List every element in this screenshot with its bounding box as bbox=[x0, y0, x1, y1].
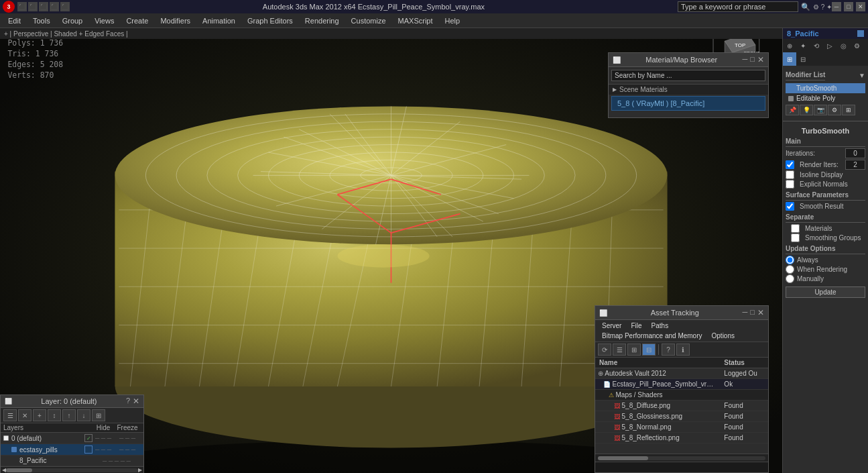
table-row[interactable]: 🖼 5_8_Glossiness.png Found bbox=[595, 411, 768, 422]
minimize-button[interactable]: ─ bbox=[832, 2, 841, 11]
layer-hide[interactable]: ─ ─ ─ bbox=[92, 446, 114, 453]
layer-tb-new[interactable]: + bbox=[33, 409, 46, 421]
ts-smoothing-check[interactable] bbox=[791, 233, 800, 242]
layers-scrollbar[interactable]: ◀ ▶ bbox=[1, 466, 143, 473]
ts-render-iters-check[interactable] bbox=[786, 160, 794, 169]
asset-menu-bitmap[interactable]: Bitmap Performance and Memory bbox=[598, 331, 706, 340]
asset-menu-paths[interactable]: Paths bbox=[647, 321, 673, 330]
menu-maxscript[interactable]: MAXScript bbox=[393, 15, 438, 26]
mod-light[interactable]: 💡 bbox=[800, 105, 813, 115]
layers-question[interactable]: ? bbox=[126, 397, 130, 406]
table-row[interactable]: ⊕ Autodesk Vault 2012 Logged Ou bbox=[595, 368, 768, 379]
asset-table[interactable]: Name Status ⊕ Autodesk Vault 2012 Logged… bbox=[595, 358, 768, 454]
layer-freeze[interactable]: ─ ─ ─ bbox=[114, 446, 141, 453]
search-icon[interactable]: 🔍 bbox=[801, 3, 810, 11]
asset-menu-server[interactable]: Server bbox=[598, 321, 625, 330]
table-row[interactable]: 🖼 5_8_Normal.png Found bbox=[595, 422, 768, 433]
layer-tb-down[interactable]: ↓ bbox=[77, 409, 90, 421]
list-item[interactable]: 0 (default) ✓ ─ ─ ─ ─ ─ ─ bbox=[1, 433, 143, 444]
material-item[interactable]: 5_8 ( VRayMtl ) [8_Pacific] bbox=[611, 96, 765, 111]
table-row[interactable]: 🖼 5_8_Diffuse.png Found bbox=[595, 401, 768, 411]
layers-close[interactable]: ✕ bbox=[133, 397, 139, 406]
rp-tab-modify[interactable]: ✦ bbox=[796, 39, 810, 52]
ts-explicit-check[interactable] bbox=[786, 180, 794, 189]
menu-tools[interactable]: Tools bbox=[27, 15, 56, 26]
rp-tab-active[interactable]: ⊞ bbox=[783, 52, 796, 66]
menu-help[interactable]: Help bbox=[440, 15, 466, 26]
layer-tb-move[interactable]: ↕ bbox=[48, 409, 61, 421]
menu-group[interactable]: Group bbox=[57, 15, 88, 26]
rp-tab-hierarchy[interactable]: ⟲ bbox=[810, 39, 823, 52]
asset-tracking-maximize[interactable]: □ bbox=[750, 308, 755, 317]
rp-tab-motion[interactable]: ▷ bbox=[823, 39, 836, 52]
layer-check[interactable] bbox=[84, 445, 92, 454]
layer-hide[interactable]: ─ ─ ─ ─ ─ bbox=[92, 458, 141, 464]
ts-manually-radio[interactable] bbox=[786, 274, 794, 283]
svg-text:TOP: TOP bbox=[735, 42, 745, 48]
layer-tb-add[interactable]: ☰ bbox=[3, 409, 17, 421]
mod-camera[interactable]: 📷 bbox=[814, 105, 827, 115]
ts-iterations-input[interactable] bbox=[845, 148, 865, 158]
asset-menu-options[interactable]: Options bbox=[708, 331, 739, 340]
layer-hide[interactable]: ─ ─ ─ bbox=[92, 435, 114, 441]
table-row[interactable]: 🖼 5_8_Reflection.png Found bbox=[595, 433, 768, 443]
asset-tb-help[interactable]: ? bbox=[662, 344, 675, 356]
menu-edit[interactable]: Edit bbox=[3, 15, 26, 26]
asset-tb-grid[interactable]: ⊟ bbox=[642, 344, 656, 356]
mod-config[interactable]: ⚙ bbox=[828, 105, 841, 115]
ts-isoline-check[interactable] bbox=[786, 170, 794, 179]
scroll-right[interactable]: ▶ bbox=[138, 467, 142, 473]
viewport[interactable]: + | Perspective | Shaded + Edged Faces | bbox=[0, 28, 782, 473]
list-item[interactable]: 8_Pacific ─ ─ ─ ─ ─ bbox=[1, 456, 143, 466]
material-browser-maximize[interactable]: □ bbox=[750, 55, 755, 64]
asset-tracking-close[interactable]: ✕ bbox=[757, 308, 764, 317]
menu-graph-editors[interactable]: Graph Editors bbox=[242, 15, 298, 26]
ts-always-radio[interactable] bbox=[786, 256, 794, 264]
asset-tb-list[interactable]: ☰ bbox=[613, 344, 626, 356]
table-row[interactable]: 📄 Ecstasy_Pill_Peace_Symbol_vray.max Ok bbox=[595, 379, 768, 390]
ts-title: TurboSmooth bbox=[786, 127, 865, 135]
layer-tb-expand[interactable]: ⊞ bbox=[92, 409, 105, 421]
close-button[interactable]: ✕ bbox=[856, 2, 865, 11]
ts-render-iters-input[interactable] bbox=[845, 160, 865, 170]
modifier-turbosmooth[interactable]: TurboSmooth bbox=[786, 83, 865, 93]
ts-update-button[interactable]: Update bbox=[786, 286, 865, 298]
layer-tb-up[interactable]: ↑ bbox=[62, 409, 76, 421]
list-item[interactable]: ecstasy_pills ─ ─ ─ ─ ─ ─ bbox=[1, 444, 143, 456]
material-search-input[interactable] bbox=[611, 70, 765, 81]
menu-views[interactable]: Views bbox=[89, 15, 119, 26]
menu-customize[interactable]: Customize bbox=[346, 15, 391, 26]
menu-create[interactable]: Create bbox=[121, 15, 153, 26]
material-browser-close[interactable]: ✕ bbox=[757, 55, 764, 64]
asset-tb-refresh[interactable]: ⟳ bbox=[598, 344, 611, 356]
ts-when-rendering-radio[interactable] bbox=[786, 265, 794, 274]
asset-tb-expand[interactable]: ⊞ bbox=[627, 344, 641, 356]
menu-modifiers[interactable]: Modifiers bbox=[155, 15, 196, 26]
menu-rendering[interactable]: Rendering bbox=[300, 15, 345, 26]
modifier-list-dropdown[interactable]: ▼ bbox=[859, 72, 865, 79]
asset-tracking-minimize[interactable]: ─ bbox=[743, 308, 748, 317]
layer-tb-delete[interactable]: ✕ bbox=[18, 409, 32, 421]
modifier-editable-poly[interactable]: Editable Poly bbox=[786, 93, 865, 103]
ts-materials-check[interactable] bbox=[791, 224, 800, 233]
rp-tab-extra[interactable]: ⊟ bbox=[796, 52, 810, 66]
layer-check[interactable]: ✓ bbox=[84, 434, 92, 442]
mod-grid[interactable]: ⊞ bbox=[842, 105, 855, 115]
turbosmooth-section: TurboSmooth Main Iterations: Render Iter… bbox=[783, 124, 868, 301]
asset-scrollbar[interactable] bbox=[595, 454, 768, 462]
asset-menu-file[interactable]: File bbox=[627, 321, 645, 330]
rp-tab-display2[interactable]: ◎ bbox=[836, 39, 850, 52]
menu-animation[interactable]: Animation bbox=[197, 15, 241, 26]
global-search-input[interactable] bbox=[678, 1, 798, 12]
ts-smooth-result-check[interactable] bbox=[786, 202, 794, 211]
maximize-button[interactable]: □ bbox=[844, 2, 853, 11]
object-color[interactable] bbox=[857, 30, 864, 37]
rp-tab-display[interactable]: ⊕ bbox=[783, 39, 796, 52]
material-browser-minimize[interactable]: ─ bbox=[743, 55, 748, 64]
rp-tab-utilities[interactable]: ⚙ bbox=[850, 39, 863, 52]
layer-freeze[interactable]: ─ ─ ─ bbox=[114, 435, 141, 441]
scene-materials-header[interactable]: ▶ Scene Materials bbox=[609, 84, 768, 95]
mod-pin[interactable]: 📌 bbox=[786, 105, 799, 115]
asset-tb-info[interactable]: ℹ bbox=[676, 344, 690, 356]
table-row[interactable]: ⚠ Maps / Shaders bbox=[595, 390, 768, 401]
